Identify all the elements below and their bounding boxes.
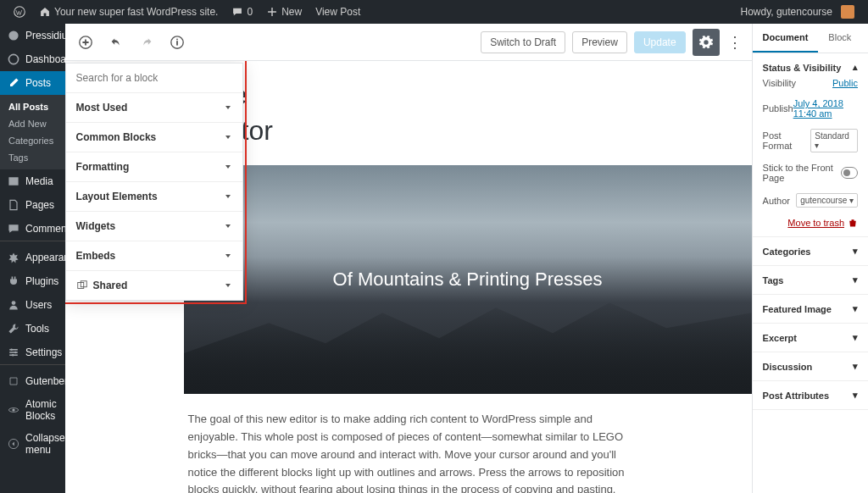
admin-sidebar: Pressidium Dashboard Posts All Posts Add…	[0, 24, 65, 493]
svg-point-15	[176, 38, 178, 40]
settings-gear-button[interactable]	[693, 29, 720, 56]
menu-atomic-blocks[interactable]: Atomic Blocks	[0, 393, 65, 427]
svg-point-1	[8, 30, 18, 40]
menu-users[interactable]: Users	[0, 293, 65, 317]
author-select[interactable]: gutencourse ▾	[796, 193, 858, 208]
submenu-posts: All Posts Add New Categories Tags	[0, 95, 65, 169]
panel-status-visibility: Status & Visibility▴ VisibilityPublic Pu…	[753, 53, 868, 237]
howdy-user[interactable]: Howdy, gutencourse	[733, 5, 861, 19]
paragraph-block[interactable]: The goal of this new editor is to make a…	[171, 411, 646, 493]
editor-main: Switch to Draft Preview Update ⋮ to theg…	[65, 24, 752, 493]
chevron-down-icon: ▾	[853, 332, 858, 343]
panel-tags[interactable]: Tags▾	[763, 274, 858, 285]
chevron-up-icon: ▴	[853, 62, 858, 73]
chevron-down-icon: ▾	[853, 303, 858, 314]
inserter-cat-layout[interactable]: Layout Elements	[66, 182, 242, 212]
close-sidebar-button[interactable]: ✕	[861, 24, 868, 53]
menu-tools[interactable]: Tools	[0, 317, 65, 341]
svg-point-10	[12, 408, 14, 411]
chevron-down-icon: ▾	[853, 390, 858, 401]
editor-toolbar: Switch to Draft Preview Update ⋮	[65, 24, 752, 61]
panel-featured-image[interactable]: Featured Image▾	[763, 303, 858, 314]
admin-top-bar: Your new super fast WordPress site. 0 Ne…	[0, 0, 868, 24]
menu-posts[interactable]: Posts	[0, 71, 65, 95]
tab-document[interactable]: Document	[753, 24, 819, 53]
menu-settings[interactable]: Settings	[0, 341, 65, 364]
submenu-tags[interactable]: Tags	[0, 149, 65, 166]
menu-pressidium[interactable]: Pressidium	[0, 24, 65, 47]
publish-date-link[interactable]: July 4, 2018 11:40 am	[793, 98, 858, 119]
panel-header-status[interactable]: Status & Visibility▴	[763, 62, 858, 73]
new-link[interactable]: New	[259, 6, 309, 18]
tab-block[interactable]: Block	[818, 24, 861, 53]
sticky-toggle[interactable]	[841, 167, 858, 179]
menu-plugins[interactable]: Plugins	[0, 269, 65, 293]
avatar	[841, 5, 854, 19]
switch-draft-button[interactable]: Switch to Draft	[481, 31, 565, 53]
chevron-down-icon: ▾	[853, 361, 858, 372]
menu-dashboard[interactable]: Dashboard	[0, 47, 65, 71]
update-button[interactable]: Update	[634, 31, 686, 53]
post-format-select[interactable]: Standard ▾	[810, 129, 858, 152]
panel-categories[interactable]: Categories▾	[763, 246, 858, 257]
block-inserter-popover: Most Used Common Blocks Formatting Layou…	[65, 63, 243, 301]
panel-discussion[interactable]: Discussion▾	[763, 361, 858, 372]
panel-excerpt[interactable]: Excerpt▾	[763, 332, 858, 343]
visibility-link[interactable]: Public	[832, 78, 858, 88]
collapse-menu[interactable]: Collapse menu	[0, 427, 65, 461]
info-button[interactable]	[165, 30, 189, 54]
cover-heading[interactable]: Of Mountains & Printing Presses	[333, 269, 603, 291]
svg-point-0	[14, 7, 25, 18]
submenu-categories[interactable]: Categories	[0, 132, 65, 149]
menu-appearance[interactable]: Appearance	[0, 246, 65, 269]
editor-canvas: to theg Editor Of Mountains & Printing P…	[65, 61, 752, 493]
redo-button[interactable]	[135, 30, 159, 54]
site-home[interactable]: Your new super fast WordPress site.	[32, 6, 225, 18]
svg-rect-16	[176, 41, 178, 45]
chevron-down-icon: ▾	[853, 246, 858, 257]
undo-button[interactable]	[104, 30, 128, 54]
menu-comments[interactable]: Comments	[0, 217, 65, 241]
svg-point-8	[14, 352, 16, 353]
inserter-cat-embeds[interactable]: Embeds	[66, 241, 242, 271]
inserter-cat-formatting[interactable]: Formatting	[66, 152, 242, 182]
cover-block[interactable]: Of Mountains & Printing Presses	[184, 165, 752, 394]
menu-pages[interactable]: Pages	[0, 193, 65, 217]
submenu-add-new[interactable]: Add New	[0, 115, 65, 132]
svg-point-3	[12, 301, 16, 305]
preview-button[interactable]: Preview	[572, 31, 627, 53]
view-post-link[interactable]: View Post	[309, 6, 367, 18]
block-search-input[interactable]	[66, 64, 242, 93]
inserter-cat-most-used[interactable]: Most Used	[66, 93, 242, 123]
menu-media[interactable]: Media	[0, 169, 65, 193]
comments-link[interactable]: 0	[225, 6, 259, 18]
post-title[interactable]: to theg Editor	[180, 78, 637, 148]
submenu-all-posts[interactable]: All Posts	[0, 98, 65, 115]
move-to-trash-link[interactable]: Move to trash	[763, 213, 858, 228]
wp-logo[interactable]	[7, 6, 32, 18]
chevron-down-icon: ▾	[853, 274, 858, 285]
more-options-button[interactable]: ⋮	[726, 33, 743, 52]
svg-point-9	[12, 354, 14, 356]
panel-post-attributes[interactable]: Post Attributes▾	[763, 390, 858, 401]
svg-point-7	[10, 349, 12, 351]
add-block-button[interactable]	[74, 30, 97, 54]
inserter-cat-common-blocks[interactable]: Common Blocks	[66, 123, 242, 152]
inserter-cat-shared[interactable]: Shared	[66, 271, 242, 300]
settings-sidebar: Document Block ✕ Status & Visibility▴ Vi…	[752, 24, 868, 493]
menu-gutenberg[interactable]: Gutenberg	[0, 369, 65, 393]
inserter-cat-widgets[interactable]: Widgets	[66, 212, 242, 241]
